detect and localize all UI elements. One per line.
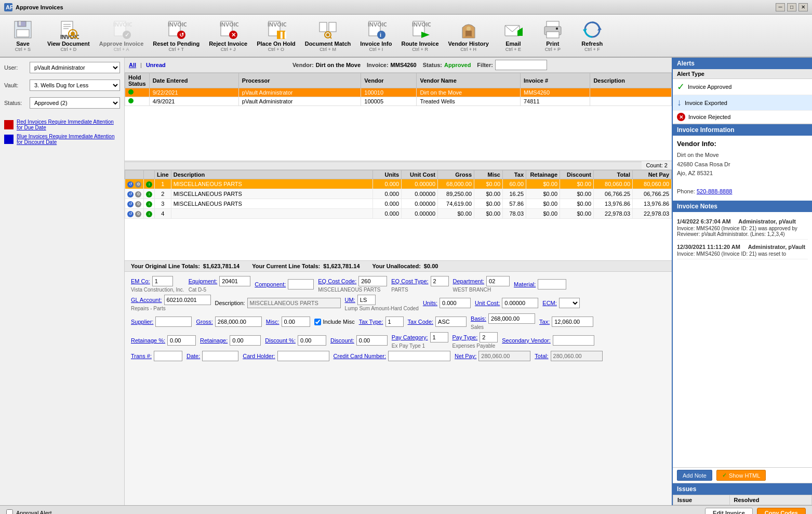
equipment-input[interactable] — [219, 276, 250, 286]
eq-cost-code-label[interactable]: EQ Cost Code: — [318, 278, 356, 284]
material-label[interactable]: Material: — [514, 281, 536, 287]
vendor-history-button[interactable]: Vendor History Ctrl + H — [445, 17, 492, 55]
um-label[interactable]: UM: — [345, 297, 355, 303]
filter-unread-tab[interactable]: Unread — [146, 62, 166, 68]
col-unit-cost[interactable]: Unit Cost — [402, 170, 438, 179]
tax-code-input[interactable] — [435, 317, 467, 327]
department-label[interactable]: Department: — [453, 278, 485, 284]
col-units[interactable]: Units — [373, 170, 402, 179]
col-vendor[interactable]: Vendor — [361, 73, 417, 88]
em-co-input[interactable] — [152, 276, 173, 286]
pay-category-input[interactable] — [430, 332, 448, 342]
save-button[interactable]: Save Ctrl + S — [4, 17, 42, 55]
supplier-input[interactable] — [155, 317, 192, 327]
col-gross[interactable]: Gross — [438, 170, 474, 179]
eq-cost-code-input[interactable] — [358, 276, 387, 286]
issues-col-resolved[interactable]: Resolved — [729, 495, 811, 505]
credit-card-input[interactable] — [388, 351, 450, 361]
reject-invoice-button[interactable]: INVOICE ✕ Reject Invoice Ctrl + J — [205, 17, 251, 55]
total-label[interactable]: Total: — [535, 353, 548, 359]
unit-cost-label[interactable]: Unit Cost: — [475, 300, 500, 306]
col-vendor-name[interactable]: Vendor Name — [417, 73, 521, 88]
discount-input[interactable] — [356, 335, 388, 346]
retainage-pct-input[interactable] — [167, 335, 196, 346]
date-label[interactable]: Date: — [187, 353, 200, 359]
add-note-button[interactable]: Add Note — [677, 470, 712, 481]
col-processor[interactable]: Processor — [238, 73, 361, 88]
tax-type-input[interactable] — [385, 317, 404, 327]
description-input[interactable] — [247, 298, 341, 308]
route-invoice-button[interactable]: INVOICE Route Invoice Ctrl + R — [397, 17, 442, 55]
card-holder-label[interactable]: Card Holder: — [243, 353, 275, 359]
tax-label[interactable]: Tax: — [539, 319, 550, 325]
maximize-button[interactable]: □ — [787, 3, 796, 11]
secondary-vendor-label[interactable]: Secondary Vendor: — [502, 337, 551, 344]
print-button[interactable]: Print Ctrl + P — [534, 17, 571, 55]
table-row[interactable] — [125, 97, 150, 106]
units-label[interactable]: Units: — [423, 300, 437, 306]
alert-exported-row[interactable]: ↓ Invoice Exported — [673, 95, 812, 111]
net-pay-input[interactable] — [478, 351, 530, 361]
col-net-pay[interactable]: Net Pay — [633, 170, 672, 179]
alert-rejected-row[interactable]: ✕ Invoice Rejected — [673, 111, 812, 124]
col-line[interactable]: Line — [155, 170, 171, 179]
gl-account-label[interactable]: GL Account: — [131, 297, 162, 303]
copy-codes-button[interactable]: Copy Codes — [757, 508, 806, 515]
um-input[interactable] — [357, 295, 376, 305]
credit-card-label[interactable]: Credit Card Number: — [334, 353, 386, 359]
refresh-button[interactable]: Refresh Ctrl + F — [574, 17, 611, 55]
card-holder-input[interactable] — [277, 351, 329, 361]
gross-label[interactable]: Gross: — [196, 319, 212, 325]
unit-cost-input[interactable] — [502, 298, 538, 308]
total-input[interactable] — [551, 351, 603, 361]
col-hold-status[interactable]: Hold Status — [125, 73, 150, 88]
secondary-vendor-input[interactable] — [553, 335, 594, 346]
misc-input[interactable] — [282, 317, 310, 327]
vault-select[interactable]: 3. Wells Dug for Less — [30, 80, 120, 91]
discount-label[interactable]: Discount: — [330, 337, 354, 344]
discount-pct-input[interactable] — [298, 335, 326, 346]
issues-col-issue[interactable]: Issue — [673, 495, 730, 505]
table-row[interactable] — [125, 88, 150, 97]
pay-type-label[interactable]: Pay Type: — [452, 334, 478, 340]
ecm-label[interactable]: ECM: — [542, 300, 557, 306]
tax-type-label[interactable]: Tax Type: — [359, 319, 383, 325]
equipment-label[interactable]: Equipment: — [189, 278, 218, 284]
email-button[interactable]: Email Ctrl + E — [495, 17, 532, 55]
supplier-label[interactable]: Supplier: — [131, 319, 153, 325]
gross-input[interactable] — [215, 317, 262, 327]
component-input[interactable] — [288, 279, 314, 289]
user-select[interactable]: pVault Administrator — [30, 62, 120, 73]
retainage-input[interactable] — [230, 335, 261, 346]
edit-invoice-button[interactable]: Edit Invoice — [705, 508, 753, 515]
date-input[interactable] — [202, 351, 238, 361]
ecm-select[interactable] — [559, 298, 580, 308]
col-description[interactable]: Description — [590, 73, 672, 88]
approve-invoice-button[interactable]: INVOICE ✓ Approve Invoice Ctrl + A — [96, 17, 148, 55]
pay-type-input[interactable] — [480, 332, 498, 342]
trans-input[interactable] — [154, 351, 182, 361]
gl-account-input[interactable] — [164, 295, 211, 305]
basis-label[interactable]: Basis: — [471, 315, 486, 322]
vendor-phone[interactable]: 520-888-8888 — [697, 188, 733, 194]
department-input[interactable] — [486, 276, 510, 286]
place-on-hold-button[interactable]: INVOICE ▐▐ Place On Hold Ctrl + O — [253, 17, 299, 55]
discount-pct-label[interactable]: Discount %: — [265, 337, 296, 344]
reset-to-pending-button[interactable]: INVOICE ↺ Reset to Pending Ctrl + T — [149, 17, 203, 55]
col-total[interactable]: Total — [594, 170, 633, 179]
col-desc[interactable]: Description — [171, 170, 372, 179]
trans-label[interactable]: Trans #: — [131, 353, 152, 359]
alert-approved-row[interactable]: ✓ Invoice Approved — [673, 79, 812, 95]
em-co-label[interactable]: EM Co: — [131, 278, 150, 284]
filter-all-tab[interactable]: All — [129, 62, 136, 68]
misc-label[interactable]: Misc: — [266, 319, 279, 325]
include-misc-checkbox[interactable] — [314, 319, 321, 325]
red-legend-text[interactable]: Red Invoices Require Immediate Attention… — [17, 119, 120, 130]
component-label[interactable]: Component: — [255, 281, 286, 287]
retainage-pct-label[interactable]: Retainage %: — [131, 337, 165, 344]
eq-cost-type-input[interactable] — [431, 276, 449, 286]
invoice-info-button[interactable]: INVOICE i Invoice Info Ctrl + I — [356, 17, 395, 55]
close-button[interactable]: ✕ — [798, 3, 808, 11]
status-select[interactable]: Approved (2) — [30, 97, 120, 109]
filter-input[interactable] — [495, 60, 547, 70]
